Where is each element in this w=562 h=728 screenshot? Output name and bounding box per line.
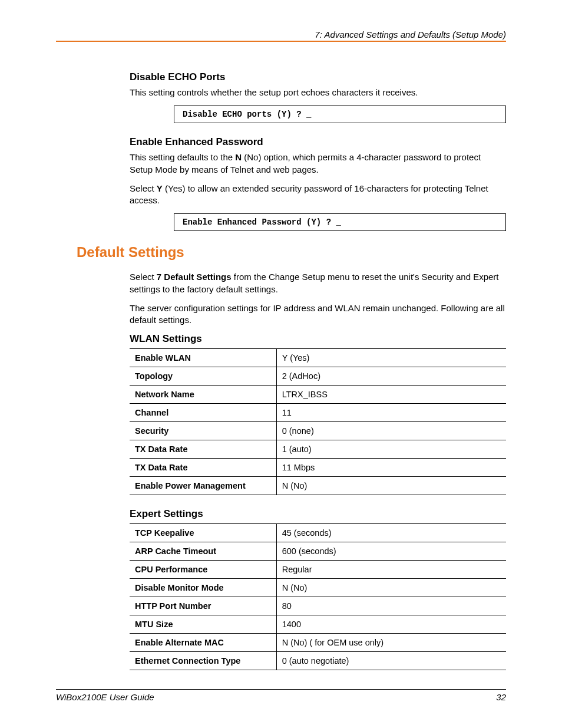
setting-key: MTU Size: [130, 615, 276, 634]
table-row: TCP Keepalive45 (seconds): [130, 524, 506, 542]
table-row: Channel11: [130, 404, 506, 422]
table-row: ARP Cache Timeout600 (seconds): [130, 542, 506, 561]
setting-key: Ethernet Connection Type: [130, 652, 276, 670]
setting-key: TX Data Rate: [130, 440, 276, 459]
setting-key: ARP Cache Timeout: [130, 542, 276, 561]
setting-value: 2 (AdHoc): [276, 367, 506, 386]
codebox-enhanced: Enable Enhanced Password (Y) ? _: [174, 213, 506, 231]
setting-key: HTTP Port Number: [130, 597, 276, 615]
page-footer: WiBox2100E User Guide 32: [56, 689, 506, 702]
setting-value: 80: [276, 597, 506, 615]
setting-key: CPU Performance: [130, 561, 276, 579]
text-fragment: Select: [130, 183, 157, 193]
setting-value: 600 (seconds): [276, 542, 506, 561]
text-bold-menu: 7 Default Settings: [157, 272, 232, 282]
table-row: Enable Power ManagementN (No): [130, 477, 506, 495]
text-bold-n: N: [235, 152, 242, 162]
para-default-1: Select 7 Default Settings from the Chang…: [130, 271, 506, 295]
setting-key: Security: [130, 422, 276, 440]
page-number: 32: [496, 692, 506, 702]
setting-key: Channel: [130, 404, 276, 422]
table-row: CPU PerformanceRegular: [130, 561, 506, 579]
setting-key: TX Data Rate: [130, 459, 276, 477]
table-row: Disable Monitor ModeN (No): [130, 579, 506, 597]
setting-key: Enable Power Management: [130, 477, 276, 495]
setting-key: Network Name: [130, 386, 276, 404]
running-header: 7: Advanced Settings and Defaults (Setup…: [56, 29, 506, 42]
setting-key: TCP Keepalive: [130, 524, 276, 542]
setting-value: Y (Yes): [276, 349, 506, 367]
table-wlan: Enable WLANY (Yes)Topology2 (AdHoc)Netwo…: [130, 348, 506, 495]
table-row: Network NameLTRX_IBSS: [130, 386, 506, 404]
setting-value: 1400: [276, 615, 506, 634]
setting-key: Enable WLAN: [130, 349, 276, 367]
setting-value: 1 (auto): [276, 440, 506, 459]
heading-default-settings: Default Settings: [77, 244, 506, 261]
table-row: Ethernet Connection Type0 (auto negotiat…: [130, 652, 506, 670]
codebox-echo: Disable ECHO ports (Y) ? _: [174, 106, 506, 123]
setting-value: 45 (seconds): [276, 524, 506, 542]
setting-key: Topology: [130, 367, 276, 386]
setting-key: Disable Monitor Mode: [130, 579, 276, 597]
para-echo-desc: This setting controls whether the setup …: [130, 87, 506, 98]
text-fragment: (Yes) to allow an extended security pass…: [130, 183, 488, 205]
para-default-2: The server configuration settings for IP…: [130, 302, 506, 327]
para-enhanced-2: Select Y (Yes) to allow an extended secu…: [130, 183, 506, 207]
setting-key: Enable Alternate MAC: [130, 634, 276, 652]
setting-value: N (No): [276, 579, 506, 597]
setting-value: LTRX_IBSS: [276, 386, 506, 404]
heading-expert-settings: Expert Settings: [130, 508, 506, 520]
table-row: HTTP Port Number80: [130, 597, 506, 615]
text-bold-y: Y: [157, 183, 163, 193]
text-fragment: Select: [130, 272, 157, 282]
setting-value: N (No) ( for OEM use only): [276, 634, 506, 652]
text-fragment: This setting defaults to the: [130, 152, 235, 162]
footer-title: WiBox2100E User Guide: [56, 692, 154, 702]
table-row: TX Data Rate1 (auto): [130, 440, 506, 459]
table-row: TX Data Rate11 Mbps: [130, 459, 506, 477]
heading-disable-echo: Disable ECHO Ports: [130, 71, 506, 83]
table-row: Security0 (none): [130, 422, 506, 440]
setting-value: 11: [276, 404, 506, 422]
setting-value: 0 (auto negotiate): [276, 652, 506, 670]
heading-enhanced-password: Enable Enhanced Password: [130, 136, 506, 148]
para-enhanced-1: This setting defaults to the N (No) opti…: [130, 151, 506, 176]
setting-value: Regular: [276, 561, 506, 579]
setting-value: 0 (none): [276, 422, 506, 440]
table-expert: TCP Keepalive45 (seconds)ARP Cache Timeo…: [130, 523, 506, 670]
table-row: Enable WLANY (Yes): [130, 349, 506, 367]
setting-value: 11 Mbps: [276, 459, 506, 477]
table-row: Topology2 (AdHoc): [130, 367, 506, 386]
table-row: MTU Size1400: [130, 615, 506, 634]
table-row: Enable Alternate MACN (No) ( for OEM use…: [130, 634, 506, 652]
setting-value: N (No): [276, 477, 506, 495]
heading-wlan-settings: WLAN Settings: [130, 333, 506, 345]
